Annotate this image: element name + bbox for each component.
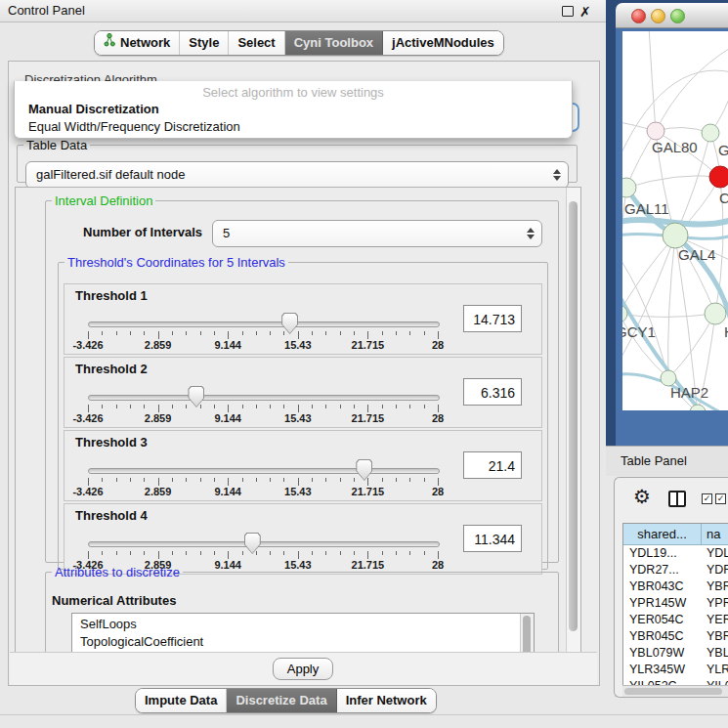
tab-select[interactable]: Select [229,31,284,55]
slider-tick [354,478,355,482]
network-edge [626,176,720,188]
table-row[interactable]: YPR145WYPR1 [623,595,728,612]
slider-tick [172,551,173,555]
panel-scrollbar[interactable] [566,188,580,653]
checkbox-icon[interactable]: ✓ [715,493,726,504]
table-horizontal-scrollbar-thumb[interactable] [624,688,722,695]
slider-tick [367,551,368,559]
network-canvas[interactable]: GAL80GCGAL11GAL4GCY1HHAP2 [622,31,728,410]
algorithm-option[interactable]: Equal Width/Frequency Discretization [15,118,572,136]
tab-cyni-toolbox[interactable]: Cyni Toolbox [285,31,383,55]
slider-tick [200,551,201,555]
threshold-value-field[interactable]: 14.713 [463,305,522,332]
table-data-combo[interactable]: galFiltered.sif default node [25,161,569,189]
slider-tick [340,478,341,482]
float-window-icon[interactable] [562,6,574,17]
network-node[interactable] [690,405,706,410]
network-node-gal4[interactable] [663,223,688,248]
slider-tick [172,331,173,335]
tab-jactivemnodules[interactable]: jActiveMNodules [383,31,503,55]
table-row[interactable]: YLR345WYLR3 [623,662,728,678]
slider-tick [409,551,410,555]
slider-tick [228,331,229,339]
slider-tick [325,405,326,408]
slider-tick [354,331,355,335]
attributes-group-label: Attributes to discretize [52,565,183,579]
table-row[interactable]: YER054CYER0 [623,612,728,628]
network-node-label: GAL11 [624,200,669,217]
list-scrollbar-thumb[interactable] [523,616,531,654]
slider-tick-label: 15.43 [277,339,320,351]
list-scrollbar[interactable] [520,614,534,654]
close-icon[interactable]: ✗ [579,1,591,22]
tab-style[interactable]: Style [180,31,229,55]
slider-tick [116,405,117,408]
attribute-list-item[interactable]: TopologicalCoefficient [80,633,534,651]
threshold-value-field[interactable]: 6.316 [463,378,522,406]
mac-minimize-button[interactable] [651,9,665,23]
slider-tick [228,405,229,412]
table-row[interactable]: YBL079WYBL0 [623,645,728,662]
threshold-slider-track[interactable] [88,468,440,474]
column-layout-icon[interactable] [668,491,686,507]
tab-label: Network [120,31,170,55]
threshold-panel: Threshold 3-3.4262.8599.14415.4321.71528… [64,430,542,501]
table-row[interactable]: YDR27...YDR2 [623,562,728,578]
threshold-value-field[interactable]: 11.344 [463,525,522,552]
mac-zoom-button[interactable] [670,9,685,23]
algorithm-dropdown-popup: Select algorithm to view settings Manual… [14,81,573,139]
table-row[interactable]: YBR045CYBR0 [623,628,728,645]
threshold-slider-track[interactable] [88,321,440,327]
tab-infer-network[interactable]: Infer Network [337,689,436,712]
threshold-value-field[interactable]: 21.4 [463,451,522,479]
network-node-gal11[interactable] [622,178,636,197]
tab-impute-data[interactable]: Impute Data [136,689,227,712]
cyni-toolbox-panel: Discretization Algorithm Select algorith… [8,61,600,686]
algorithm-option[interactable]: Manual Discretization [15,101,572,118]
table-row[interactable]: YBR043CYBR0 [623,578,728,595]
network-node-h[interactable] [705,303,726,324]
slider-tick [325,551,326,555]
network-node-c[interactable] [709,166,728,188]
attribute-browser-panel: ⚙ ✓ ✓ shared... na YDL19...YDL1YDR27...Y… [614,477,728,698]
table-cell-shared-name: YBL079W [623,645,702,662]
threshold-slider-handle[interactable] [356,459,372,481]
table-cell-shared-name: YER054C [623,612,702,628]
mac-close-button[interactable] [631,9,646,23]
slider-tick [186,551,187,555]
table-data-combo-value: galFiltered.sif default node [36,162,185,188]
network-icon [104,31,115,55]
table-cell-name: YER0 [702,612,728,628]
checkbox-icon[interactable]: ✓ [702,493,712,504]
slider-tick [88,551,89,559]
apply-button[interactable]: Apply [273,658,333,680]
slider-tick [312,551,313,555]
slider-tick-label: -3.426 [66,486,109,497]
threshold-slider-handle[interactable] [244,533,261,554]
column-header-shared-name[interactable]: shared... [623,524,702,545]
cyni-mode-tabbar: Impute DataDiscretize DataInfer Network [135,688,437,713]
column-header-name[interactable]: na [702,524,728,545]
table-horizontal-scrollbar[interactable] [622,685,728,697]
panel-scrollbar-thumb[interactable] [569,201,578,631]
slider-tick-label: 9.144 [206,486,249,497]
table-cell-name: YDL1 [702,545,728,562]
threshold-slider-track[interactable] [88,541,440,547]
gear-icon[interactable]: ⚙ [633,485,651,508]
slider-tick [242,551,243,555]
slider-tick [283,331,284,335]
slider-tick [409,478,410,482]
slider-tick [298,405,299,412]
network-node-gal80[interactable] [647,122,664,140]
number-of-intervals-combo[interactable]: 5 [212,220,542,247]
network-view-area: GAL80GCGAL11GAL4GCY1HHAP2 [606,0,728,446]
tab-discretize-data[interactable]: Discretize Data [227,689,336,712]
slider-tick [424,551,425,555]
slider-tick-label: 28 [416,339,459,351]
network-node-g[interactable] [702,124,719,142]
tab-network[interactable]: Network [95,31,180,55]
threshold-slider-handle[interactable] [188,386,204,407]
threshold-slider-track[interactable] [88,395,440,401]
table-row[interactable]: YDL19...YDL1 [623,545,728,562]
attribute-list-item[interactable]: SelfLoops [80,616,534,633]
